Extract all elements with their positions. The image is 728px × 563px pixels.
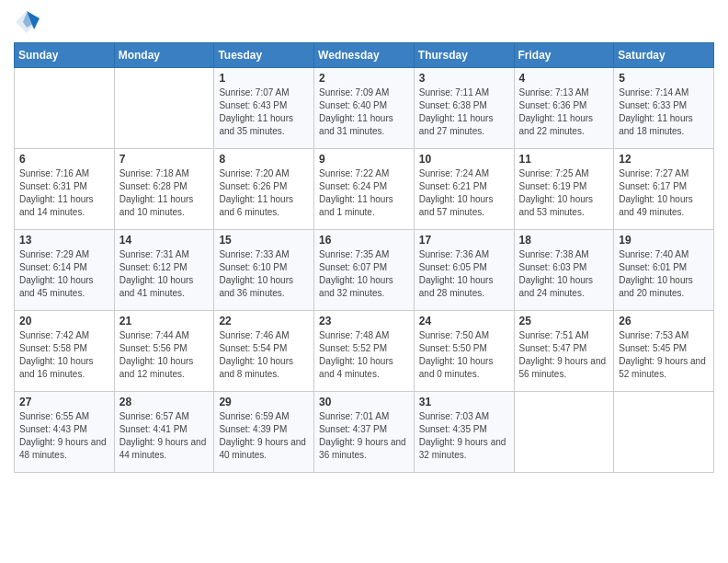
day-number: 22 bbox=[219, 315, 309, 327]
calendar-cell: 19Sunrise: 7:40 AM Sunset: 6:01 PM Dayli… bbox=[614, 230, 714, 311]
day-info: Sunrise: 7:27 AM Sunset: 6:17 PM Dayligh… bbox=[619, 167, 709, 219]
calendar-cell: 29Sunrise: 6:59 AM Sunset: 4:39 PM Dayli… bbox=[214, 392, 314, 473]
day-info: Sunrise: 7:35 AM Sunset: 6:07 PM Dayligh… bbox=[319, 248, 409, 300]
calendar-cell: 4Sunrise: 7:13 AM Sunset: 6:36 PM Daylig… bbox=[514, 68, 614, 149]
day-info: Sunrise: 7:01 AM Sunset: 4:37 PM Dayligh… bbox=[319, 410, 409, 462]
day-number: 20 bbox=[19, 315, 109, 327]
day-info: Sunrise: 7:44 AM Sunset: 5:56 PM Dayligh… bbox=[119, 329, 210, 381]
day-info: Sunrise: 7:48 AM Sunset: 5:52 PM Dayligh… bbox=[319, 329, 409, 381]
day-info: Sunrise: 7:46 AM Sunset: 5:54 PM Dayligh… bbox=[219, 329, 309, 381]
day-number: 26 bbox=[619, 315, 709, 327]
day-number: 11 bbox=[519, 153, 609, 166]
day-number: 16 bbox=[319, 234, 409, 247]
day-number: 14 bbox=[119, 234, 210, 247]
week-row-3: 20Sunrise: 7:42 AM Sunset: 5:58 PM Dayli… bbox=[15, 311, 714, 392]
day-info: Sunrise: 7:07 AM Sunset: 6:43 PM Dayligh… bbox=[219, 86, 309, 138]
day-number: 27 bbox=[19, 396, 109, 408]
day-number: 15 bbox=[219, 234, 309, 247]
day-info: Sunrise: 7:51 AM Sunset: 5:47 PM Dayligh… bbox=[519, 329, 609, 381]
calendar-cell: 30Sunrise: 7:01 AM Sunset: 4:37 PM Dayli… bbox=[314, 392, 415, 473]
calendar-cell: 28Sunrise: 6:57 AM Sunset: 4:41 PM Dayli… bbox=[114, 392, 214, 473]
day-number: 25 bbox=[519, 315, 609, 327]
day-info: Sunrise: 7:25 AM Sunset: 6:19 PM Dayligh… bbox=[519, 167, 609, 219]
calendar-cell: 7Sunrise: 7:18 AM Sunset: 6:28 PM Daylig… bbox=[114, 149, 214, 230]
calendar-cell bbox=[614, 392, 714, 473]
calendar-cell: 11Sunrise: 7:25 AM Sunset: 6:19 PM Dayli… bbox=[514, 149, 614, 230]
calendar-header: SundayMondayTuesdayWednesdayThursdayFrid… bbox=[15, 43, 714, 68]
calendar-cell: 2Sunrise: 7:09 AM Sunset: 6:40 PM Daylig… bbox=[314, 68, 415, 149]
day-info: Sunrise: 7:18 AM Sunset: 6:28 PM Dayligh… bbox=[119, 167, 210, 219]
calendar-cell: 27Sunrise: 6:55 AM Sunset: 4:43 PM Dayli… bbox=[15, 392, 115, 473]
day-info: Sunrise: 6:55 AM Sunset: 4:43 PM Dayligh… bbox=[19, 410, 109, 462]
day-info: Sunrise: 7:33 AM Sunset: 6:10 PM Dayligh… bbox=[219, 248, 309, 300]
day-number: 10 bbox=[419, 153, 509, 166]
day-number: 19 bbox=[619, 234, 709, 247]
calendar-cell: 15Sunrise: 7:33 AM Sunset: 6:10 PM Dayli… bbox=[214, 230, 314, 311]
day-number: 17 bbox=[419, 234, 509, 247]
day-info: Sunrise: 7:29 AM Sunset: 6:14 PM Dayligh… bbox=[19, 248, 109, 300]
header-cell-wednesday: Wednesday bbox=[314, 43, 415, 68]
week-row-0: 1Sunrise: 7:07 AM Sunset: 6:43 PM Daylig… bbox=[15, 68, 714, 149]
day-info: Sunrise: 7:24 AM Sunset: 6:21 PM Dayligh… bbox=[419, 167, 509, 219]
day-number: 13 bbox=[19, 234, 109, 247]
day-info: Sunrise: 7:11 AM Sunset: 6:38 PM Dayligh… bbox=[419, 86, 509, 138]
day-number: 9 bbox=[319, 153, 409, 166]
calendar-cell: 14Sunrise: 7:31 AM Sunset: 6:12 PM Dayli… bbox=[114, 230, 214, 311]
day-info: Sunrise: 7:38 AM Sunset: 6:03 PM Dayligh… bbox=[519, 248, 609, 300]
calendar-cell: 20Sunrise: 7:42 AM Sunset: 5:58 PM Dayli… bbox=[15, 311, 115, 392]
calendar-cell: 13Sunrise: 7:29 AM Sunset: 6:14 PM Dayli… bbox=[15, 230, 115, 311]
calendar-cell: 5Sunrise: 7:14 AM Sunset: 6:33 PM Daylig… bbox=[614, 68, 714, 149]
day-number: 4 bbox=[519, 72, 609, 85]
day-info: Sunrise: 7:09 AM Sunset: 6:40 PM Dayligh… bbox=[319, 86, 409, 138]
day-number: 29 bbox=[219, 396, 309, 408]
week-row-2: 13Sunrise: 7:29 AM Sunset: 6:14 PM Dayli… bbox=[15, 230, 714, 311]
day-info: Sunrise: 7:53 AM Sunset: 5:45 PM Dayligh… bbox=[619, 329, 709, 381]
day-info: Sunrise: 7:22 AM Sunset: 6:24 PM Dayligh… bbox=[319, 167, 409, 219]
calendar-cell bbox=[514, 392, 614, 473]
day-number: 3 bbox=[419, 72, 509, 85]
calendar-cell: 23Sunrise: 7:48 AM Sunset: 5:52 PM Dayli… bbox=[314, 311, 415, 392]
day-info: Sunrise: 7:13 AM Sunset: 6:36 PM Dayligh… bbox=[519, 86, 609, 138]
page-header bbox=[14, 9, 714, 35]
week-row-1: 6Sunrise: 7:16 AM Sunset: 6:31 PM Daylig… bbox=[15, 149, 714, 230]
calendar-cell: 21Sunrise: 7:44 AM Sunset: 5:56 PM Dayli… bbox=[114, 311, 214, 392]
calendar-cell: 18Sunrise: 7:38 AM Sunset: 6:03 PM Dayli… bbox=[514, 230, 614, 311]
header-cell-monday: Monday bbox=[114, 43, 214, 68]
calendar-cell: 12Sunrise: 7:27 AM Sunset: 6:17 PM Dayli… bbox=[614, 149, 714, 230]
calendar-cell: 17Sunrise: 7:36 AM Sunset: 6:05 PM Dayli… bbox=[414, 230, 514, 311]
day-number: 18 bbox=[519, 234, 609, 247]
day-number: 7 bbox=[119, 153, 210, 166]
day-info: Sunrise: 7:03 AM Sunset: 4:35 PM Dayligh… bbox=[419, 410, 509, 462]
day-info: Sunrise: 7:14 AM Sunset: 6:33 PM Dayligh… bbox=[619, 86, 709, 138]
day-number: 1 bbox=[219, 72, 309, 85]
day-number: 6 bbox=[19, 153, 109, 166]
day-number: 28 bbox=[119, 396, 210, 408]
header-cell-tuesday: Tuesday bbox=[214, 43, 314, 68]
day-number: 8 bbox=[219, 153, 309, 166]
calendar-cell bbox=[15, 68, 115, 149]
calendar-cell: 22Sunrise: 7:46 AM Sunset: 5:54 PM Dayli… bbox=[214, 311, 314, 392]
calendar-cell: 6Sunrise: 7:16 AM Sunset: 6:31 PM Daylig… bbox=[15, 149, 115, 230]
day-info: Sunrise: 7:40 AM Sunset: 6:01 PM Dayligh… bbox=[619, 248, 709, 300]
week-row-4: 27Sunrise: 6:55 AM Sunset: 4:43 PM Dayli… bbox=[15, 392, 714, 473]
day-number: 12 bbox=[619, 153, 709, 166]
calendar-cell: 16Sunrise: 7:35 AM Sunset: 6:07 PM Dayli… bbox=[314, 230, 415, 311]
calendar-cell: 1Sunrise: 7:07 AM Sunset: 6:43 PM Daylig… bbox=[214, 68, 314, 149]
day-number: 5 bbox=[619, 72, 709, 85]
calendar-cell bbox=[114, 68, 214, 149]
day-number: 21 bbox=[119, 315, 210, 327]
calendar-table: SundayMondayTuesdayWednesdayThursdayFrid… bbox=[14, 42, 714, 473]
day-info: Sunrise: 7:31 AM Sunset: 6:12 PM Dayligh… bbox=[119, 248, 210, 300]
calendar-cell: 8Sunrise: 7:20 AM Sunset: 6:26 PM Daylig… bbox=[214, 149, 314, 230]
header-row: SundayMondayTuesdayWednesdayThursdayFrid… bbox=[15, 43, 714, 68]
calendar-cell: 26Sunrise: 7:53 AM Sunset: 5:45 PM Dayli… bbox=[614, 311, 714, 392]
header-cell-friday: Friday bbox=[514, 43, 614, 68]
calendar-cell: 31Sunrise: 7:03 AM Sunset: 4:35 PM Dayli… bbox=[414, 392, 514, 473]
calendar-cell: 9Sunrise: 7:22 AM Sunset: 6:24 PM Daylig… bbox=[314, 149, 415, 230]
day-info: Sunrise: 6:57 AM Sunset: 4:41 PM Dayligh… bbox=[119, 410, 210, 462]
logo bbox=[14, 9, 43, 35]
header-cell-saturday: Saturday bbox=[614, 43, 714, 68]
day-info: Sunrise: 7:20 AM Sunset: 6:26 PM Dayligh… bbox=[219, 167, 309, 219]
day-info: Sunrise: 7:36 AM Sunset: 6:05 PM Dayligh… bbox=[419, 248, 509, 300]
day-number: 24 bbox=[419, 315, 509, 327]
